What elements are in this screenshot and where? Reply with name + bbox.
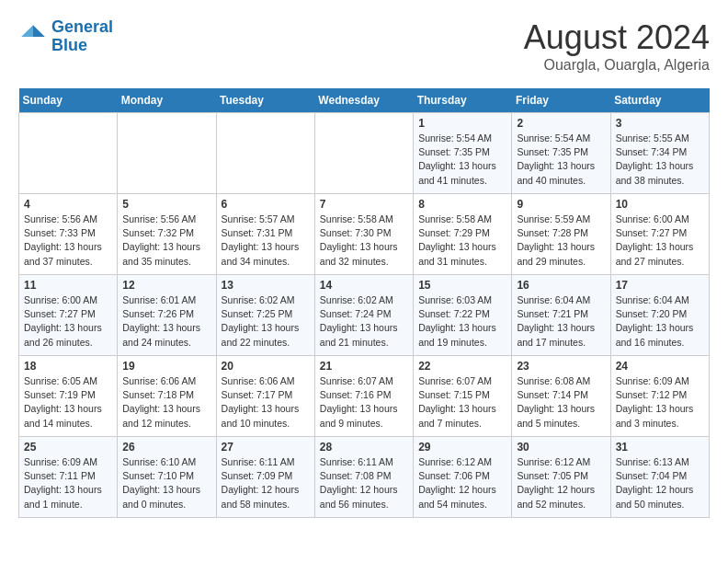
calendar-cell: 14Sunrise: 6:02 AM Sunset: 7:24 PM Dayli… [314,275,413,356]
calendar-week-row: 18Sunrise: 6:05 AM Sunset: 7:19 PM Dayli… [19,356,710,437]
day-number: 16 [517,279,605,292]
logo-text: General Blue [51,18,113,55]
day-number: 29 [418,441,506,454]
calendar-cell: 6Sunrise: 5:57 AM Sunset: 7:31 PM Daylig… [216,194,314,275]
calendar-cell: 24Sunrise: 6:09 AM Sunset: 7:12 PM Dayli… [610,356,709,437]
day-number: 30 [517,441,605,454]
day-info: Sunrise: 6:00 AM Sunset: 7:27 PM Dayligh… [616,213,704,269]
logo: General Blue [18,18,113,55]
calendar-cell: 7Sunrise: 5:58 AM Sunset: 7:30 PM Daylig… [314,194,413,275]
day-info: Sunrise: 6:00 AM Sunset: 7:27 PM Dayligh… [24,293,112,350]
day-info: Sunrise: 5:59 AM Sunset: 7:28 PM Dayligh… [517,213,605,269]
calendar-cell [19,113,118,194]
day-info: Sunrise: 6:04 AM Sunset: 7:21 PM Dayligh… [517,293,605,350]
calendar-cell: 23Sunrise: 6:08 AM Sunset: 7:14 PM Dayli… [512,356,610,437]
calendar-cell: 19Sunrise: 6:06 AM Sunset: 7:18 PM Dayli… [118,356,216,437]
calendar-cell: 17Sunrise: 6:04 AM Sunset: 7:20 PM Dayli… [610,275,709,356]
day-info: Sunrise: 6:04 AM Sunset: 7:20 PM Dayligh… [616,293,704,350]
calendar-week-row: 4Sunrise: 5:56 AM Sunset: 7:33 PM Daylig… [19,194,710,275]
day-number: 7 [320,198,408,211]
day-number: 20 [222,360,310,373]
calendar-cell: 16Sunrise: 6:04 AM Sunset: 7:21 PM Dayli… [512,275,610,356]
calendar-cell [216,113,314,194]
day-number: 17 [616,279,704,292]
day-info: Sunrise: 6:10 AM Sunset: 7:10 PM Dayligh… [122,455,210,511]
calendar-cell: 30Sunrise: 6:12 AM Sunset: 7:05 PM Dayli… [512,437,610,518]
day-number: 3 [616,117,704,130]
calendar-cell: 20Sunrise: 6:06 AM Sunset: 7:17 PM Dayli… [216,356,314,437]
calendar-cell: 12Sunrise: 6:01 AM Sunset: 7:26 PM Dayli… [118,275,216,356]
day-number: 24 [616,360,704,373]
day-number: 15 [418,279,506,292]
calendar-cell: 18Sunrise: 6:05 AM Sunset: 7:19 PM Dayli… [19,356,118,437]
calendar-cell: 26Sunrise: 6:10 AM Sunset: 7:10 PM Dayli… [118,437,216,518]
day-info: Sunrise: 5:56 AM Sunset: 7:32 PM Dayligh… [122,213,210,269]
day-info: Sunrise: 6:03 AM Sunset: 7:22 PM Dayligh… [418,293,506,350]
day-number: 9 [517,198,605,211]
calendar-cell: 15Sunrise: 6:03 AM Sunset: 7:22 PM Dayli… [414,275,512,356]
day-info: Sunrise: 5:58 AM Sunset: 7:29 PM Dayligh… [418,213,506,269]
calendar-cell: 13Sunrise: 6:02 AM Sunset: 7:25 PM Dayli… [216,275,314,356]
day-info: Sunrise: 6:08 AM Sunset: 7:14 PM Dayligh… [517,374,605,431]
day-info: Sunrise: 6:11 AM Sunset: 7:08 PM Dayligh… [320,455,408,511]
calendar-week-row: 11Sunrise: 6:00 AM Sunset: 7:27 PM Dayli… [19,275,710,356]
day-number: 23 [517,360,605,373]
logo-icon [18,22,48,52]
header: General Blue August 2024 Ouargla, Ouargl… [18,18,710,74]
day-info: Sunrise: 6:11 AM Sunset: 7:09 PM Dayligh… [222,455,310,511]
day-number: 18 [24,360,112,373]
weekday-header-cell: Thursday [414,88,512,113]
calendar-cell: 8Sunrise: 5:58 AM Sunset: 7:29 PM Daylig… [414,194,512,275]
day-number: 12 [122,279,210,292]
day-info: Sunrise: 6:06 AM Sunset: 7:18 PM Dayligh… [122,374,210,431]
day-number: 8 [418,198,506,211]
day-number: 5 [122,198,210,211]
calendar-cell: 4Sunrise: 5:56 AM Sunset: 7:33 PM Daylig… [19,194,118,275]
day-info: Sunrise: 5:54 AM Sunset: 7:35 PM Dayligh… [418,132,506,188]
calendar-cell: 25Sunrise: 6:09 AM Sunset: 7:11 PM Dayli… [19,437,118,518]
calendar-cell [314,113,413,194]
day-number: 10 [616,198,704,211]
weekday-header-cell: Tuesday [216,88,314,113]
weekday-header-cell: Saturday [610,88,709,113]
day-number: 6 [222,198,310,211]
calendar-cell: 31Sunrise: 6:13 AM Sunset: 7:04 PM Dayli… [610,437,709,518]
weekday-header-row: SundayMondayTuesdayWednesdayThursdayFrid… [19,88,710,113]
day-number: 21 [320,360,408,373]
day-info: Sunrise: 6:07 AM Sunset: 7:16 PM Dayligh… [320,374,408,431]
calendar-cell: 9Sunrise: 5:59 AM Sunset: 7:28 PM Daylig… [512,194,610,275]
weekday-header-cell: Friday [512,88,610,113]
day-info: Sunrise: 6:01 AM Sunset: 7:26 PM Dayligh… [122,293,210,350]
calendar-cell: 27Sunrise: 6:11 AM Sunset: 7:09 PM Dayli… [216,437,314,518]
calendar-week-row: 1Sunrise: 5:54 AM Sunset: 7:35 PM Daylig… [19,113,710,194]
day-number: 31 [616,441,704,454]
day-number: 1 [418,117,506,130]
calendar-cell: 1Sunrise: 5:54 AM Sunset: 7:35 PM Daylig… [414,113,512,194]
day-info: Sunrise: 5:57 AM Sunset: 7:31 PM Dayligh… [222,213,310,269]
svg-marker-1 [21,25,33,37]
calendar-cell [118,113,216,194]
day-info: Sunrise: 6:06 AM Sunset: 7:17 PM Dayligh… [222,374,310,431]
day-info: Sunrise: 6:12 AM Sunset: 7:06 PM Dayligh… [418,455,506,511]
day-number: 2 [517,117,605,130]
day-number: 26 [122,441,210,454]
calendar-cell: 21Sunrise: 6:07 AM Sunset: 7:16 PM Dayli… [314,356,413,437]
calendar-body: 1Sunrise: 5:54 AM Sunset: 7:35 PM Daylig… [19,113,710,518]
day-info: Sunrise: 6:09 AM Sunset: 7:12 PM Dayligh… [616,374,704,431]
day-info: Sunrise: 5:58 AM Sunset: 7:30 PM Dayligh… [320,213,408,269]
page-subtitle: Ouargla, Ouargla, Algeria [524,57,710,74]
day-number: 4 [24,198,112,211]
day-number: 13 [222,279,310,292]
weekday-header-cell: Sunday [19,88,118,113]
day-info: Sunrise: 6:05 AM Sunset: 7:19 PM Dayligh… [24,374,112,431]
svg-marker-0 [33,25,45,37]
calendar-week-row: 25Sunrise: 6:09 AM Sunset: 7:11 PM Dayli… [19,437,710,518]
day-info: Sunrise: 5:55 AM Sunset: 7:34 PM Dayligh… [616,132,704,188]
day-info: Sunrise: 6:02 AM Sunset: 7:24 PM Dayligh… [320,293,408,350]
title-area: August 2024 Ouargla, Ouargla, Algeria [524,18,710,74]
calendar-cell: 29Sunrise: 6:12 AM Sunset: 7:06 PM Dayli… [414,437,512,518]
calendar-cell: 10Sunrise: 6:00 AM Sunset: 7:27 PM Dayli… [610,194,709,275]
calendar-table: SundayMondayTuesdayWednesdayThursdayFrid… [18,88,710,518]
day-number: 11 [24,279,112,292]
weekday-header-cell: Wednesday [314,88,413,113]
